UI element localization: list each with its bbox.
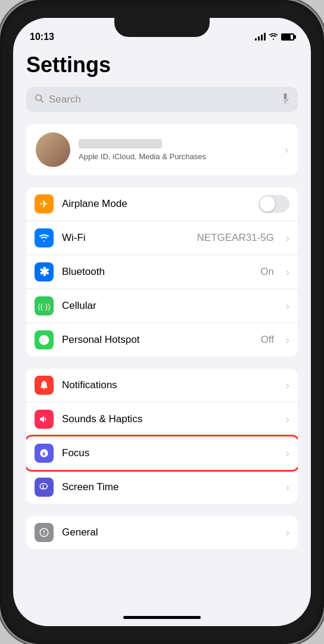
sounds-item[interactable]: Sounds & Haptics › [26,402,298,436]
airplane-mode-label: Airplane Mode [62,198,250,210]
notch [114,18,210,37]
wifi-label: Wi-Fi [62,232,189,244]
home-bar [123,616,201,619]
notifications-settings-group: Notifications › Sounds & Haptics › [26,369,298,504]
screentime-item[interactable]: Screen Time › [26,470,298,504]
hotspot-label: Personal Hotspot [62,334,253,346]
hotspot-chevron: › [286,334,289,346]
focus-chevron: › [286,447,289,460]
bluetooth-value: On [260,266,274,278]
wifi-item[interactable]: Wi-Fi NETGEAR31-5G › [26,221,298,255]
apple-id-info: Apple ID, iCloud, Media & Purchases [79,139,276,161]
svg-point-3 [43,339,46,342]
svg-rect-2 [284,93,287,100]
airplane-mode-icon: ✈ [35,194,54,213]
focus-item[interactable]: Focus › [26,436,298,470]
hotspot-icon [35,330,54,349]
hotspot-value: Off [261,334,274,346]
screentime-chevron: › [286,481,289,494]
cellular-chevron: › [286,300,289,312]
apple-id-name [79,139,162,148]
cellular-label: Cellular [62,300,278,312]
general-chevron: › [286,527,289,539]
general-item[interactable]: General › [26,516,298,549]
screen-content[interactable]: Settings Search Apple ID, iCloud, Media … [13,48,311,626]
search-icon [35,94,44,106]
sounds-chevron: › [286,413,289,426]
network-settings-group: ✈ Airplane Mode Wi-Fi NETGEAR31-5G › ✱ [26,187,298,357]
cellular-icon: ((·)) [35,296,54,315]
bluetooth-icon: ✱ [35,262,54,281]
phone-frame: 10:13 Settings [0,0,324,644]
wifi-value: NETGEAR31-5G [197,232,274,244]
svg-point-0 [36,95,41,100]
notifications-chevron: › [286,379,289,392]
search-bar[interactable]: Search [26,87,298,112]
general-settings-group: General › [26,516,298,549]
notifications-icon [35,376,54,395]
sounds-label: Sounds & Haptics [62,413,278,425]
mic-icon[interactable] [281,93,289,106]
status-icons [255,32,294,42]
avatar [36,132,70,167]
apple-id-subtitle: Apple ID, iCloud, Media & Purchases [79,152,276,161]
svg-line-1 [40,100,43,102]
notifications-label: Notifications [62,379,278,391]
focus-icon [35,444,54,463]
focus-label: Focus [62,447,278,459]
wifi-chevron: › [286,232,289,244]
general-icon [35,523,54,542]
bluetooth-label: Bluetooth [62,266,252,278]
bluetooth-item[interactable]: ✱ Bluetooth On › [26,255,298,289]
airplane-mode-item[interactable]: ✈ Airplane Mode [26,187,298,221]
screentime-icon [35,478,54,497]
sounds-icon [35,410,54,429]
wifi-status-icon [269,32,278,42]
notifications-item[interactable]: Notifications › [26,369,298,402]
screentime-label: Screen Time [62,481,278,493]
hotspot-item[interactable]: Personal Hotspot Off › [26,323,298,357]
general-label: General [62,527,278,538]
cellular-item[interactable]: ((·)) Cellular › [26,289,298,323]
search-placeholder: Search [49,94,276,106]
bluetooth-chevron: › [286,266,289,278]
chevron-icon: › [285,144,288,156]
wifi-icon [35,228,54,247]
airplane-mode-toggle[interactable] [258,195,289,213]
page-title: Settings [26,52,298,78]
apple-id-card[interactable]: Apple ID, iCloud, Media & Purchases › [26,124,298,175]
status-time: 10:13 [30,32,54,42]
phone-screen: 10:13 Settings [13,18,311,626]
signal-icon [255,33,266,41]
battery-icon [281,33,294,41]
